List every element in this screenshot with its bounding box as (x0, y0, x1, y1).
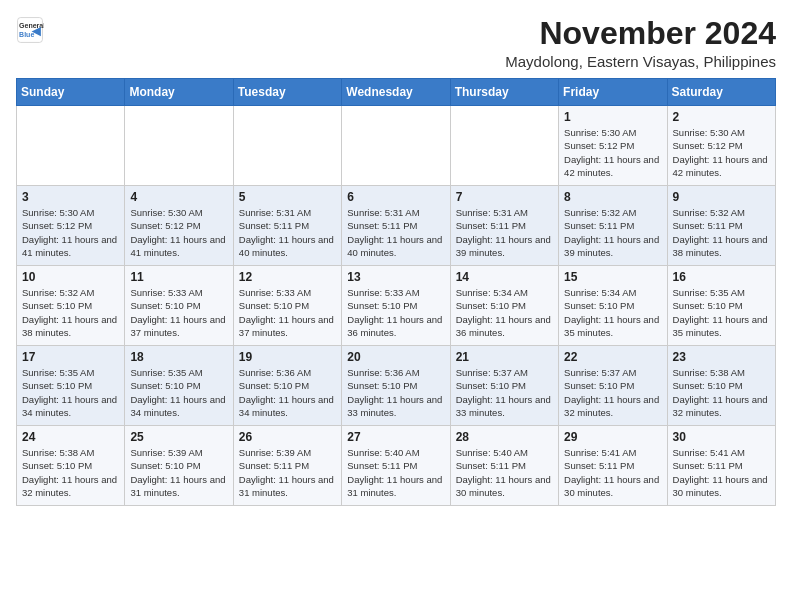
day-number: 24 (22, 430, 119, 444)
day-info: Sunrise: 5:39 AM Sunset: 5:11 PM Dayligh… (239, 446, 336, 499)
weekday-header: Wednesday (342, 79, 450, 106)
month-title: November 2024 (505, 16, 776, 51)
calendar-cell: 16Sunrise: 5:35 AM Sunset: 5:10 PM Dayli… (667, 266, 775, 346)
calendar-week-row: 10Sunrise: 5:32 AM Sunset: 5:10 PM Dayli… (17, 266, 776, 346)
logo-icon: General Blue (16, 16, 44, 44)
day-number: 5 (239, 190, 336, 204)
calendar-cell (450, 106, 558, 186)
calendar-cell: 23Sunrise: 5:38 AM Sunset: 5:10 PM Dayli… (667, 346, 775, 426)
day-number: 23 (673, 350, 770, 364)
day-info: Sunrise: 5:32 AM Sunset: 5:10 PM Dayligh… (22, 286, 119, 339)
day-info: Sunrise: 5:38 AM Sunset: 5:10 PM Dayligh… (673, 366, 770, 419)
day-info: Sunrise: 5:37 AM Sunset: 5:10 PM Dayligh… (456, 366, 553, 419)
day-number: 9 (673, 190, 770, 204)
calendar-cell: 10Sunrise: 5:32 AM Sunset: 5:10 PM Dayli… (17, 266, 125, 346)
day-info: Sunrise: 5:39 AM Sunset: 5:10 PM Dayligh… (130, 446, 227, 499)
calendar-cell: 25Sunrise: 5:39 AM Sunset: 5:10 PM Dayli… (125, 426, 233, 506)
day-info: Sunrise: 5:31 AM Sunset: 5:11 PM Dayligh… (347, 206, 444, 259)
day-number: 12 (239, 270, 336, 284)
calendar-cell: 11Sunrise: 5:33 AM Sunset: 5:10 PM Dayli… (125, 266, 233, 346)
day-info: Sunrise: 5:35 AM Sunset: 5:10 PM Dayligh… (130, 366, 227, 419)
calendar-table: SundayMondayTuesdayWednesdayThursdayFrid… (16, 78, 776, 506)
calendar-cell: 27Sunrise: 5:40 AM Sunset: 5:11 PM Dayli… (342, 426, 450, 506)
calendar-cell: 24Sunrise: 5:38 AM Sunset: 5:10 PM Dayli… (17, 426, 125, 506)
weekday-header: Sunday (17, 79, 125, 106)
calendar-cell (342, 106, 450, 186)
calendar-cell: 19Sunrise: 5:36 AM Sunset: 5:10 PM Dayli… (233, 346, 341, 426)
day-info: Sunrise: 5:34 AM Sunset: 5:10 PM Dayligh… (456, 286, 553, 339)
calendar-cell: 28Sunrise: 5:40 AM Sunset: 5:11 PM Dayli… (450, 426, 558, 506)
day-number: 17 (22, 350, 119, 364)
day-info: Sunrise: 5:34 AM Sunset: 5:10 PM Dayligh… (564, 286, 661, 339)
calendar-cell: 7Sunrise: 5:31 AM Sunset: 5:11 PM Daylig… (450, 186, 558, 266)
day-number: 13 (347, 270, 444, 284)
weekday-header: Tuesday (233, 79, 341, 106)
day-info: Sunrise: 5:30 AM Sunset: 5:12 PM Dayligh… (673, 126, 770, 179)
calendar-cell: 13Sunrise: 5:33 AM Sunset: 5:10 PM Dayli… (342, 266, 450, 346)
day-info: Sunrise: 5:35 AM Sunset: 5:10 PM Dayligh… (22, 366, 119, 419)
title-block: November 2024 Maydolong, Eastern Visayas… (505, 16, 776, 70)
logo: General Blue (16, 16, 44, 44)
day-info: Sunrise: 5:32 AM Sunset: 5:11 PM Dayligh… (564, 206, 661, 259)
calendar-cell: 21Sunrise: 5:37 AM Sunset: 5:10 PM Dayli… (450, 346, 558, 426)
day-number: 27 (347, 430, 444, 444)
day-info: Sunrise: 5:41 AM Sunset: 5:11 PM Dayligh… (564, 446, 661, 499)
calendar-week-row: 24Sunrise: 5:38 AM Sunset: 5:10 PM Dayli… (17, 426, 776, 506)
day-info: Sunrise: 5:30 AM Sunset: 5:12 PM Dayligh… (130, 206, 227, 259)
calendar-cell (17, 106, 125, 186)
calendar-cell: 9Sunrise: 5:32 AM Sunset: 5:11 PM Daylig… (667, 186, 775, 266)
weekday-header: Thursday (450, 79, 558, 106)
day-number: 19 (239, 350, 336, 364)
day-number: 15 (564, 270, 661, 284)
day-number: 25 (130, 430, 227, 444)
day-info: Sunrise: 5:41 AM Sunset: 5:11 PM Dayligh… (673, 446, 770, 499)
day-info: Sunrise: 5:33 AM Sunset: 5:10 PM Dayligh… (239, 286, 336, 339)
page-header: General Blue November 2024 Maydolong, Ea… (16, 16, 776, 70)
calendar-cell: 20Sunrise: 5:36 AM Sunset: 5:10 PM Dayli… (342, 346, 450, 426)
calendar-week-row: 1Sunrise: 5:30 AM Sunset: 5:12 PM Daylig… (17, 106, 776, 186)
day-info: Sunrise: 5:33 AM Sunset: 5:10 PM Dayligh… (347, 286, 444, 339)
calendar-week-row: 3Sunrise: 5:30 AM Sunset: 5:12 PM Daylig… (17, 186, 776, 266)
svg-text:Blue: Blue (19, 31, 34, 38)
day-info: Sunrise: 5:32 AM Sunset: 5:11 PM Dayligh… (673, 206, 770, 259)
day-number: 16 (673, 270, 770, 284)
day-number: 11 (130, 270, 227, 284)
day-info: Sunrise: 5:38 AM Sunset: 5:10 PM Dayligh… (22, 446, 119, 499)
day-info: Sunrise: 5:40 AM Sunset: 5:11 PM Dayligh… (456, 446, 553, 499)
day-number: 8 (564, 190, 661, 204)
day-info: Sunrise: 5:31 AM Sunset: 5:11 PM Dayligh… (456, 206, 553, 259)
day-number: 26 (239, 430, 336, 444)
day-number: 2 (673, 110, 770, 124)
calendar-cell (125, 106, 233, 186)
weekday-header: Friday (559, 79, 667, 106)
day-number: 14 (456, 270, 553, 284)
calendar-cell: 14Sunrise: 5:34 AM Sunset: 5:10 PM Dayli… (450, 266, 558, 346)
day-info: Sunrise: 5:33 AM Sunset: 5:10 PM Dayligh… (130, 286, 227, 339)
calendar-cell: 12Sunrise: 5:33 AM Sunset: 5:10 PM Dayli… (233, 266, 341, 346)
day-number: 21 (456, 350, 553, 364)
day-number: 6 (347, 190, 444, 204)
calendar-cell: 22Sunrise: 5:37 AM Sunset: 5:10 PM Dayli… (559, 346, 667, 426)
weekday-header: Saturday (667, 79, 775, 106)
day-number: 22 (564, 350, 661, 364)
calendar-cell: 2Sunrise: 5:30 AM Sunset: 5:12 PM Daylig… (667, 106, 775, 186)
day-info: Sunrise: 5:31 AM Sunset: 5:11 PM Dayligh… (239, 206, 336, 259)
calendar-header: SundayMondayTuesdayWednesdayThursdayFrid… (17, 79, 776, 106)
day-number: 28 (456, 430, 553, 444)
day-info: Sunrise: 5:30 AM Sunset: 5:12 PM Dayligh… (22, 206, 119, 259)
day-number: 3 (22, 190, 119, 204)
calendar-cell: 29Sunrise: 5:41 AM Sunset: 5:11 PM Dayli… (559, 426, 667, 506)
calendar-cell: 4Sunrise: 5:30 AM Sunset: 5:12 PM Daylig… (125, 186, 233, 266)
day-info: Sunrise: 5:40 AM Sunset: 5:11 PM Dayligh… (347, 446, 444, 499)
day-info: Sunrise: 5:36 AM Sunset: 5:10 PM Dayligh… (239, 366, 336, 419)
location-title: Maydolong, Eastern Visayas, Philippines (505, 53, 776, 70)
day-number: 10 (22, 270, 119, 284)
day-number: 20 (347, 350, 444, 364)
calendar-cell: 30Sunrise: 5:41 AM Sunset: 5:11 PM Dayli… (667, 426, 775, 506)
calendar-cell: 17Sunrise: 5:35 AM Sunset: 5:10 PM Dayli… (17, 346, 125, 426)
day-info: Sunrise: 5:36 AM Sunset: 5:10 PM Dayligh… (347, 366, 444, 419)
calendar-cell: 5Sunrise: 5:31 AM Sunset: 5:11 PM Daylig… (233, 186, 341, 266)
day-info: Sunrise: 5:30 AM Sunset: 5:12 PM Dayligh… (564, 126, 661, 179)
calendar-cell: 26Sunrise: 5:39 AM Sunset: 5:11 PM Dayli… (233, 426, 341, 506)
calendar-week-row: 17Sunrise: 5:35 AM Sunset: 5:10 PM Dayli… (17, 346, 776, 426)
